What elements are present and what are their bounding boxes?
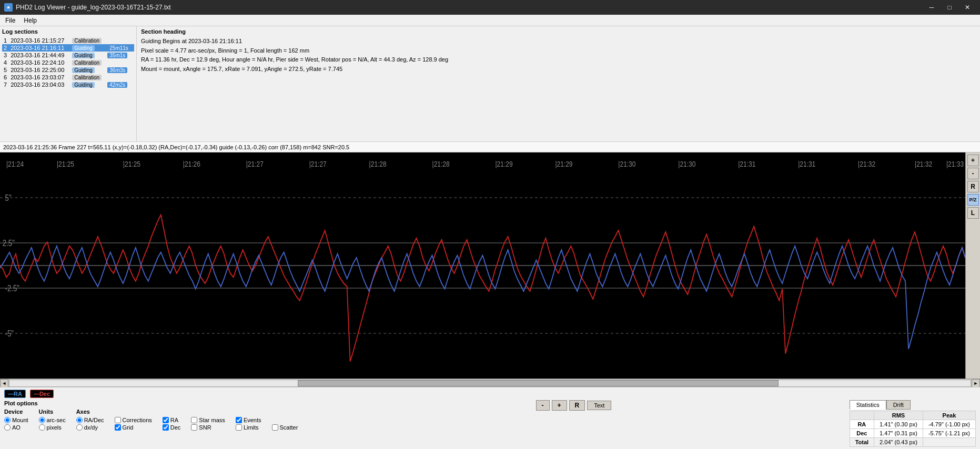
grid-check[interactable] (115, 424, 121, 431)
device-mount-row: Mount (4, 417, 28, 423)
log-row-datetime: 2023-03-16 21:44:49 (9, 52, 70, 59)
log-row-type: Calibration (70, 59, 106, 66)
stats-cell-rms: 1.41" (0.30 px) (874, 420, 923, 429)
svg-text:5": 5" (5, 193, 12, 203)
device-ao-row: AO (4, 424, 28, 431)
scatter-row: Scatter (272, 424, 298, 431)
scroll-left-btn[interactable]: ◄ (0, 379, 8, 387)
zoom-plus-btn[interactable]: + (967, 155, 979, 166)
stats-header-peak: Peak (923, 411, 975, 420)
stats-tabs: Statistics Drift (850, 400, 976, 410)
stats-cell-label: Total (850, 438, 874, 447)
starmass-label: Star mass (199, 417, 225, 423)
starmass-row: Star mass (191, 417, 225, 423)
events-row: Events (236, 417, 261, 423)
events-check[interactable] (236, 417, 242, 423)
svg-text:|21:27: |21:27 (246, 159, 264, 168)
section-heading-label: Section heading (141, 28, 976, 35)
reset-btn-right[interactable]: R (967, 181, 979, 192)
log-row[interactable]: 12023-03-16 21:15:27Calibration (2, 37, 134, 44)
minimize-button[interactable]: ─ (923, 0, 940, 15)
scroll-thumb[interactable] (298, 380, 779, 386)
plot-options: Plot options Device Mount AO (4, 400, 298, 431)
svg-text:|21:31: |21:31 (798, 159, 815, 168)
log-row[interactable]: 72023-03-16 23:04:03Guiding42m2s (2, 81, 134, 88)
scroll-right-btn[interactable]: ► (972, 379, 980, 387)
log-row[interactable]: 62023-03-16 23:03:07Calibration (2, 74, 134, 81)
events-label: Events (244, 417, 261, 423)
chart-right-controls: + - R P/Z L (965, 152, 980, 379)
svg-text:|21:24: |21:24 (6, 159, 24, 168)
svg-text:|21:29: |21:29 (495, 159, 512, 168)
tab-drift[interactable]: Drift (886, 400, 911, 410)
log-row-type: Guiding (70, 44, 106, 52)
units-pixels-radio[interactable] (39, 424, 45, 431)
close-button[interactable]: ✕ (959, 0, 976, 15)
snr-row: SNR (191, 424, 225, 431)
grid-label: Grid (123, 424, 134, 431)
axes-radec-radio[interactable] (76, 417, 83, 423)
log-row[interactable]: 32023-03-16 21:44:49Guiding35m1s (2, 52, 134, 59)
log-row-duration: 25m11s (106, 44, 134, 52)
legend-bar: —RA —Dec (4, 390, 976, 398)
limits-check[interactable] (236, 424, 242, 431)
svg-text:|21:30: |21:30 (678, 159, 695, 168)
log-sections-panel: Log sections 12023-03-16 21:15:27Calibra… (0, 26, 137, 141)
svg-text:|21:32: |21:32 (915, 159, 932, 168)
stats-panel: Statistics Drift RMS Peak RA1.41" (0.30 … (850, 400, 976, 447)
nav-r-btn[interactable]: R (569, 400, 585, 411)
axes-label: Axes (76, 409, 104, 415)
nav-plus-btn[interactable]: + (552, 400, 567, 411)
device-mount-radio[interactable] (4, 417, 11, 423)
legend-ra[interactable]: —RA (4, 390, 26, 398)
log-row-type: Calibration (70, 74, 106, 81)
lock-btn[interactable]: L (967, 207, 979, 219)
corrections-check[interactable] (115, 417, 121, 423)
limits-row: Limits (236, 424, 261, 431)
svg-text:-5": -5" (5, 329, 14, 339)
scroll-track[interactable] (9, 380, 971, 387)
scatter-check[interactable] (272, 424, 278, 431)
svg-text:2.5": 2.5" (3, 239, 15, 248)
units-label: Units (39, 409, 66, 415)
log-row-id: 6 (2, 74, 9, 81)
nav-minus-btn[interactable]: - (536, 400, 550, 411)
snr-label: SNR (199, 424, 211, 431)
starmass-check[interactable] (191, 417, 197, 423)
menu-file[interactable]: File (2, 16, 18, 25)
svg-text:|21:27: |21:27 (309, 159, 327, 168)
tab-statistics[interactable]: Statistics (850, 400, 886, 410)
chart-scrollbar[interactable]: ◄ ► (0, 379, 980, 387)
log-row-duration: 36m3s (106, 66, 134, 74)
menu-help[interactable]: Help (21, 16, 40, 25)
text-btn[interactable]: Text (587, 401, 611, 410)
log-row-id: 2 (2, 44, 9, 52)
snr-check[interactable] (191, 424, 197, 431)
log-row[interactable]: 42023-03-16 22:24:10Calibration (2, 59, 134, 66)
stats-cell-peak: -5.75" (-1.21 px) (923, 429, 975, 438)
axes-dxdy-radio[interactable] (76, 424, 83, 431)
dec-check[interactable] (163, 424, 169, 431)
log-row-datetime: 2023-03-16 21:16:11 (9, 44, 70, 52)
panzoom-btn[interactable]: P/Z (967, 194, 979, 206)
dec-check-label: Dec (170, 424, 181, 431)
stats-header-rms: RMS (874, 411, 923, 420)
log-row-type: Guiding (70, 81, 106, 88)
stats-row: Total2.04" (0.43 px) (850, 438, 975, 447)
units-arcsec-radio[interactable] (39, 417, 45, 423)
svg-text:|21:29: |21:29 (555, 159, 572, 168)
zoom-minus-btn[interactable]: - (967, 168, 979, 179)
legend-dec[interactable]: —Dec (30, 390, 54, 398)
chart-main[interactable]: 5" 2.5" -2.5" -5" |21:24 |21:25 |21:25 |… (0, 152, 965, 379)
maximize-button[interactable]: □ (941, 0, 958, 15)
log-row[interactable]: 52023-03-16 22:25:00Guiding36m3s (2, 66, 134, 74)
axes-radec-label: RA/Dec (84, 417, 104, 423)
stats-body: RA1.41" (0.30 px)-4.79" (-1.00 px)Dec1.4… (850, 420, 975, 447)
corrections-row: Corrections (115, 417, 152, 423)
ra-check[interactable] (163, 417, 169, 423)
options-grid: Device Mount AO Units (4, 409, 298, 431)
log-row-datetime: 2023-03-16 22:24:10 (9, 59, 70, 66)
log-row[interactable]: 22023-03-16 21:16:11Guiding25m11s (2, 44, 134, 52)
axes-radec-row: RA/Dec (76, 417, 104, 423)
device-ao-radio[interactable] (4, 424, 11, 431)
